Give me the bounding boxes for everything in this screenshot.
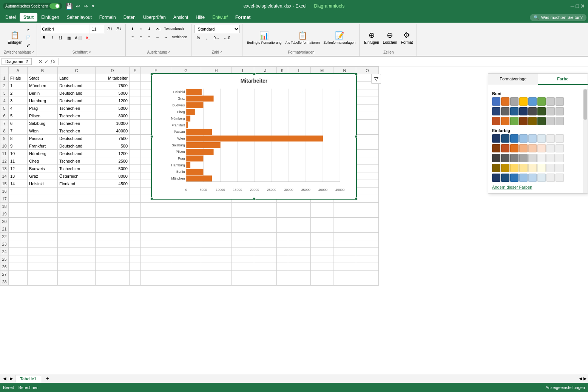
grid-cell[interactable]	[288, 263, 311, 271]
grid-cell[interactable]	[277, 240, 288, 248]
grid-cell[interactable]	[356, 263, 379, 271]
color-swatch[interactable]	[492, 97, 500, 106]
grid-cell[interactable]	[96, 263, 130, 271]
grid-cell[interactable]	[58, 271, 96, 278]
grid-cell[interactable]	[171, 210, 201, 218]
grid-cell[interactable]: Graz	[28, 172, 58, 180]
grid-cell[interactable]	[277, 263, 288, 271]
grid-cell[interactable]	[130, 142, 141, 150]
color-swatch[interactable]	[537, 154, 546, 162]
color-swatch[interactable]	[492, 164, 500, 172]
grid-cell[interactable]	[254, 203, 277, 210]
bar-rect[interactable]	[186, 122, 188, 128]
grid-cell[interactable]	[28, 225, 58, 233]
grid-cell[interactable]: Deutschland	[58, 89, 96, 97]
grid-cell[interactable]	[311, 203, 333, 210]
col-header-c[interactable]: C	[58, 67, 96, 74]
grid-cell[interactable]	[96, 188, 130, 195]
grid-cell[interactable]	[356, 120, 379, 127]
search-box[interactable]: 🔍 Was möchten Sie tun?	[530, 14, 586, 21]
color-swatch[interactable]	[556, 117, 564, 125]
bar-rect[interactable]	[186, 102, 203, 108]
grid-cell[interactable]	[130, 82, 141, 89]
color-swatch[interactable]	[519, 144, 528, 152]
grid-cell[interactable]	[141, 271, 171, 278]
bar-rect[interactable]	[186, 115, 190, 121]
scrollbar-thumb[interactable]	[583, 89, 587, 120]
grid-cell[interactable]: 5	[9, 112, 28, 120]
grid-cell[interactable]	[333, 240, 356, 248]
grid-cell[interactable]	[96, 271, 130, 278]
color-swatch[interactable]	[510, 134, 519, 143]
confirm-formula-icon[interactable]: ✓	[44, 58, 49, 65]
color-swatch[interactable]	[510, 117, 519, 125]
grid-cell[interactable]	[356, 142, 379, 150]
grid-cell[interactable]	[130, 127, 141, 135]
color-swatch[interactable]	[556, 134, 564, 143]
grid-cell[interactable]	[201, 210, 231, 218]
grid-cell[interactable]: Cheg	[28, 157, 58, 165]
grid-cell[interactable]	[356, 188, 379, 195]
bar-rect[interactable]	[186, 162, 190, 168]
grid-cell[interactable]	[277, 225, 288, 233]
grid-cell[interactable]	[201, 255, 231, 263]
grid-cell[interactable]	[311, 271, 333, 278]
grid-cell[interactable]	[311, 225, 333, 233]
prev-sheet-button[interactable]: ◀	[2, 376, 8, 381]
grid-cell[interactable]	[141, 240, 171, 248]
grid-cell[interactable]	[141, 218, 171, 225]
grid-cell[interactable]	[130, 150, 141, 157]
chart-overlay[interactable]: + 🎨 ▽ Mitarbeiter 0500010000150002000025…	[151, 73, 357, 200]
grid-cell[interactable]	[130, 188, 141, 195]
grid-cell[interactable]	[58, 188, 96, 195]
grid-cell[interactable]	[231, 225, 254, 233]
text-direction-button[interactable]: ↗a	[154, 25, 162, 32]
grid-cell[interactable]	[311, 263, 333, 271]
grid-cell[interactable]: 10	[9, 150, 28, 157]
color-swatch[interactable]	[501, 134, 509, 143]
grid-cell[interactable]	[58, 218, 96, 225]
color-swatch[interactable]	[492, 117, 500, 125]
bar-rect[interactable]	[186, 149, 213, 155]
grid-cell[interactable]	[130, 203, 141, 210]
bar-rect[interactable]	[186, 175, 212, 181]
bar-rect[interactable]	[186, 142, 220, 148]
grid-cell[interactable]: Passau	[28, 135, 58, 142]
grid-cell[interactable]	[231, 271, 254, 278]
color-swatch[interactable]	[556, 154, 564, 162]
grid-cell[interactable]	[130, 195, 141, 203]
autosave-toggle-pill[interactable]	[49, 3, 60, 9]
menu-item-einfuegen[interactable]: Einfügen	[37, 13, 63, 22]
cut-button[interactable]: ✂	[25, 26, 32, 34]
cancel-formula-icon[interactable]: ✕	[38, 58, 43, 65]
grid-cell[interactable]	[58, 278, 96, 286]
thousands-button[interactable]: ,	[203, 34, 210, 42]
grid-cell[interactable]	[277, 248, 288, 255]
format-painter-button[interactable]: 🖌	[25, 42, 32, 49]
grid-cell[interactable]	[96, 210, 130, 218]
grid-cell[interactable]: Wien	[28, 127, 58, 135]
grid-cell[interactable]	[28, 271, 58, 278]
grid-cell[interactable]	[130, 135, 141, 142]
grid-cell[interactable]: Land	[58, 74, 96, 82]
menu-item-entwurf[interactable]: Entwurf	[208, 13, 231, 22]
grid-cell[interactable]	[130, 120, 141, 127]
expand-zwischenablage-icon[interactable]: ↗	[32, 51, 34, 54]
wrap-text-button[interactable]: Textumbruch	[163, 25, 185, 32]
grid-cell[interactable]: 8000	[96, 112, 130, 120]
color-swatch[interactable]	[556, 144, 564, 152]
grid-cell[interactable]	[356, 218, 379, 225]
grid-cell[interactable]	[254, 240, 277, 248]
grid-cell[interactable]: Deutschland	[58, 150, 96, 157]
grid-cell[interactable]	[333, 271, 356, 278]
grid-cell[interactable]: 5000	[96, 165, 130, 172]
menu-item-seitenlayout[interactable]: Seitenlayout	[63, 13, 96, 22]
grid-cell[interactable]: 8	[9, 135, 28, 142]
grid-cell[interactable]	[96, 248, 130, 255]
grid-cell[interactable]	[58, 263, 96, 271]
grid-cell[interactable]	[171, 255, 201, 263]
grid-cell[interactable]	[28, 263, 58, 271]
grid-cell[interactable]	[9, 271, 28, 278]
grid-cell[interactable]: 3	[9, 97, 28, 105]
grid-cell[interactable]	[201, 271, 231, 278]
